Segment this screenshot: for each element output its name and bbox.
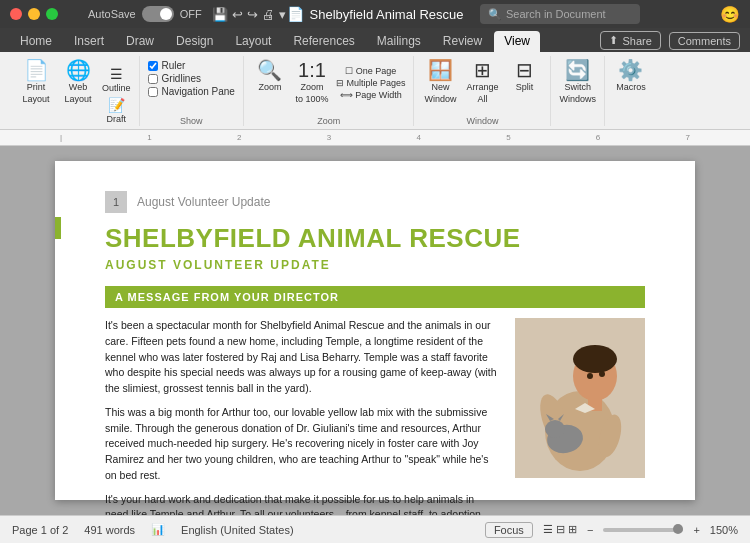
ribbon-switch-windows[interactable]: 🔄 Switch Windows xyxy=(559,60,596,104)
macros-icon: ⚙️ xyxy=(618,60,643,80)
undo-icon[interactable]: ↩ xyxy=(232,7,243,22)
zoom-slider[interactable] xyxy=(603,528,683,532)
tab-layout[interactable]: Layout xyxy=(225,31,281,52)
new-window-icon: 🪟 xyxy=(428,60,453,80)
switch-windows-icon: 🔄 xyxy=(565,60,590,80)
ribbon-draft[interactable]: 📝 Draft xyxy=(102,97,131,124)
ribbon-group-zoom: 🔍 Zoom 1:1 Zoom to 100% ☐ One Page ⊟ Mul… xyxy=(244,56,415,126)
maximize-button[interactable] xyxy=(46,8,58,20)
tab-home[interactable]: Home xyxy=(10,31,62,52)
ribbon-multiple-pages[interactable]: ⊟ Multiple Pages xyxy=(336,78,406,88)
minimize-button[interactable] xyxy=(28,8,40,20)
language: English (United States) xyxy=(181,524,294,536)
arrange-all-icon: ⊞ xyxy=(474,60,491,80)
person-svg xyxy=(520,321,640,476)
tab-references[interactable]: References xyxy=(283,31,364,52)
split-icon: ⊟ xyxy=(516,60,533,80)
ribbon-arrange-all[interactable]: ⊞ Arrange All xyxy=(464,60,500,104)
ribbon-new-window[interactable]: 🪟 New Window xyxy=(422,60,458,104)
print-icon[interactable]: 🖨 xyxy=(262,7,275,22)
tab-design[interactable]: Design xyxy=(166,31,223,52)
zoom-out-icon[interactable]: − xyxy=(587,524,593,536)
word-count: 491 words xyxy=(84,524,135,536)
draft-icon: 📝 xyxy=(108,97,125,113)
page-header-label: August Volunteer Update xyxy=(137,195,270,209)
document-subtitle: AUGUST VOLUNTEER UPDATE xyxy=(105,258,645,272)
navpane-checkbox[interactable]: Navigation Pane xyxy=(148,86,235,97)
svg-point-8 xyxy=(545,420,565,438)
word-icon: 📄 xyxy=(287,6,304,22)
document-title: Shelbyfield Animal Rescue xyxy=(310,7,464,22)
gridlines-check[interactable] xyxy=(148,74,158,84)
ruler-inner: |1 23 45 67 xyxy=(60,133,690,142)
svg-point-11 xyxy=(587,373,593,379)
ribbon-tabs: Home Insert Draw Design Layout Reference… xyxy=(0,28,750,52)
ribbon-web-layout[interactable]: 🌐 Web Layout xyxy=(60,60,96,104)
close-button[interactable] xyxy=(10,8,22,20)
zoom-group-label: Zoom xyxy=(317,114,340,126)
ribbon-macros-items: ⚙️ Macros xyxy=(613,56,649,126)
ribbon-page-width[interactable]: ⟺ Page Width xyxy=(336,90,406,100)
tab-view[interactable]: View xyxy=(494,31,540,52)
title-bar-center: 📄 Shelbyfield Animal Rescue xyxy=(287,6,464,22)
zoom-level: 150% xyxy=(710,524,738,536)
outline-icon: ☰ xyxy=(110,66,123,82)
search-icon: 🔍 xyxy=(488,8,502,21)
page-count: Page 1 of 2 xyxy=(12,524,68,536)
window-group-label: Window xyxy=(466,114,498,126)
ruler-checkbox[interactable]: Ruler xyxy=(148,60,235,71)
ribbon-zoom-100[interactable]: 1:1 Zoom to 100% xyxy=(294,60,330,104)
zoom-in-icon[interactable]: + xyxy=(693,524,699,536)
ribbon-window-items: 🪟 New Window ⊞ Arrange All ⊟ Split xyxy=(422,56,542,114)
paragraph-2: This was a big month for Arthur too, our… xyxy=(105,405,499,484)
document-page: 1 August Volunteer Update SHELBYFIELD AN… xyxy=(55,161,695,500)
ribbon-group-show: Ruler Gridlines Navigation Pane Show xyxy=(140,56,244,126)
layout-icons: ☰ ⊟ ⊞ xyxy=(543,523,577,536)
ribbon-zoom-items: 🔍 Zoom 1:1 Zoom to 100% ☐ One Page ⊟ Mul… xyxy=(252,56,406,114)
autosave-label: AutoSave xyxy=(88,8,136,20)
search-bar[interactable]: 🔍 Search in Document xyxy=(480,4,640,24)
tab-review[interactable]: Review xyxy=(433,31,492,52)
show-group-label: Show xyxy=(180,114,203,126)
zoom-icon: 🔍 xyxy=(257,60,282,80)
share-icon: ⬆ xyxy=(609,34,618,47)
more-icon[interactable]: ▾ xyxy=(279,7,286,22)
ribbon-toolbar: 📄 Print Layout 🌐 Web Layout ☰ Outline 📝 … xyxy=(0,52,750,130)
status-bar: Page 1 of 2 491 words 📊 English (United … xyxy=(0,515,750,543)
title-bar: AutoSave OFF 💾 ↩ ↪ 🖨 ▾ 📄 Shelbyfield Ani… xyxy=(0,0,750,28)
ribbon-split[interactable]: ⊟ Split xyxy=(506,60,542,92)
content-text: It's been a spectacular month for Shelby… xyxy=(105,318,499,515)
ribbon-group-macros: ⚙️ Macros xyxy=(605,56,657,126)
ribbon-one-page[interactable]: ☐ One Page xyxy=(336,66,406,76)
navpane-check[interactable] xyxy=(148,87,158,97)
ribbon-zoom[interactable]: 🔍 Zoom xyxy=(252,60,288,92)
comments-button[interactable]: Comments xyxy=(669,32,740,50)
status-right: Focus ☰ ⊟ ⊞ − + 150% xyxy=(485,522,738,538)
tab-insert[interactable]: Insert xyxy=(64,31,114,52)
paragraph-3: It's your hard work and dedication that … xyxy=(105,492,499,516)
gridlines-checkbox[interactable]: Gridlines xyxy=(148,73,235,84)
ribbon-group-window: 🪟 New Window ⊞ Arrange All ⊟ Split Windo… xyxy=(414,56,551,126)
ribbon-outline[interactable]: ☰ Outline xyxy=(102,66,131,93)
ribbon-print-layout[interactable]: 📄 Print Layout xyxy=(18,60,54,104)
autosave-toggle[interactable] xyxy=(142,6,174,22)
ribbon-group-views: 📄 Print Layout 🌐 Web Layout ☰ Outline 📝 … xyxy=(10,56,140,126)
redo-icon[interactable]: ↪ xyxy=(247,7,258,22)
autosave-knob xyxy=(160,8,172,20)
ruler-check[interactable] xyxy=(148,61,158,71)
ribbon-show-checkboxes: Ruler Gridlines Navigation Pane xyxy=(148,60,235,97)
web-layout-icon: 🌐 xyxy=(66,60,91,80)
section-header: A MESSAGE FROM YOUR DIRECTOR xyxy=(105,286,645,308)
ribbon-macros[interactable]: ⚙️ Macros xyxy=(613,60,649,92)
document-title: SHELBYFIELD ANIMAL RESCUE xyxy=(105,223,645,254)
user-icon[interactable]: 😊 xyxy=(720,5,740,24)
zoom-100-icon: 1:1 xyxy=(298,60,326,80)
save-icon[interactable]: 💾 xyxy=(212,7,228,22)
tab-draw[interactable]: Draw xyxy=(116,31,164,52)
autosave-off-label: OFF xyxy=(180,8,202,20)
autosave-area: AutoSave OFF xyxy=(88,6,202,22)
share-button[interactable]: ⬆ Share xyxy=(600,31,660,50)
page-accent-bar xyxy=(55,217,61,239)
focus-button[interactable]: Focus xyxy=(485,522,533,538)
tab-mailings[interactable]: Mailings xyxy=(367,31,431,52)
